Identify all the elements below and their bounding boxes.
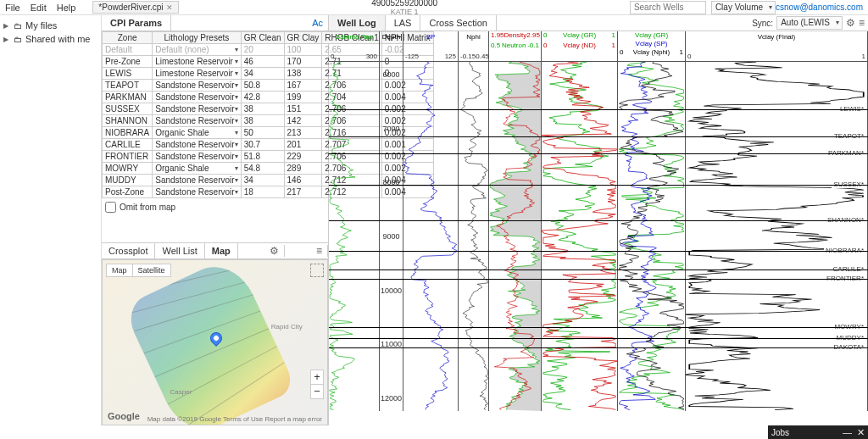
- track-body: 6000700080009000100001100012000 LEWIS*TE…: [329, 62, 868, 411]
- track-title-depth: Depth: [380, 33, 403, 41]
- track-headers: Gamma Ray 0300 Depth SP -125125 Nphi -0.…: [329, 31, 868, 62]
- depth-label: 10000: [380, 286, 403, 295]
- user-email[interactable]: csnow@danomics.com: [776, 3, 863, 12]
- params-panel: CPI Params Ac Zone Lithology Presets GR …: [102, 15, 329, 425]
- zoom-out-icon[interactable]: −: [311, 385, 323, 398]
- map-type-toggle[interactable]: Map Satellite: [106, 264, 171, 277]
- zoom-control[interactable]: + −: [310, 370, 324, 399]
- track-vclay2: [618, 62, 686, 411]
- map-footer: Map data ©2019 Google Terms of Use Repor…: [147, 415, 322, 423]
- menu-file[interactable]: File: [5, 3, 20, 13]
- gear-icon[interactable]: ⚙: [264, 245, 285, 257]
- zone-marker-line: [329, 153, 868, 154]
- depth-label: 12000: [380, 394, 403, 403]
- contour-overlay: [122, 259, 297, 425]
- scale-lo: -0.15: [460, 53, 476, 60]
- params-tab[interactable]: CPI Params: [102, 15, 171, 31]
- uwi-label: 49005259200000: [179, 0, 629, 8]
- analysis-combo[interactable]: Clay Volume: [711, 1, 776, 14]
- folder-icon: 🗀: [14, 21, 22, 31]
- depth-label: 6000: [380, 70, 403, 79]
- track-vfinal: LEWIS*TEAPOT*PARKMAN*SUSSEX*SHANNON*NIOB…: [686, 62, 868, 411]
- scale-hi: 1: [862, 53, 865, 60]
- s: 0: [543, 31, 547, 39]
- zone-marker-line: [329, 279, 868, 280]
- place-casper: Casper: [170, 388, 192, 396]
- track-depth: 6000700080009000100001100012000: [380, 62, 403, 411]
- s: 1: [612, 42, 615, 49]
- s: 1: [612, 31, 615, 39]
- scale-hi: 125: [445, 53, 456, 60]
- omit-checkbox[interactable]: [105, 202, 116, 213]
- close-tab-icon[interactable]: ✕: [166, 3, 173, 12]
- map-type-map[interactable]: Map: [107, 264, 133, 276]
- log-panel: Well Log LAS Cross Section Sync: Auto (L…: [329, 15, 868, 425]
- tab-cross-section[interactable]: Cross Section: [420, 15, 496, 31]
- fullscreen-icon[interactable]: [310, 264, 324, 277]
- zone-marker-line: [329, 109, 868, 110]
- zoom-in-icon[interactable]: +: [311, 370, 323, 385]
- zone-marker-line: [329, 347, 868, 348]
- th-lith: Lithology Presets: [153, 32, 241, 44]
- place-rapid: Rapid City: [271, 323, 303, 331]
- depth-label: 7000: [380, 125, 403, 133]
- omit-checkbox-row[interactable]: Omit from map: [102, 198, 328, 216]
- zone-marker-line: [329, 338, 868, 339]
- jobs-bar[interactable]: Jobs —✕: [768, 425, 868, 439]
- tab-map[interactable]: Map: [205, 243, 238, 258]
- s: 0.5: [491, 42, 500, 49]
- track-title-neutron: Neutron: [502, 42, 526, 49]
- tab-well-list[interactable]: Well List: [155, 243, 204, 258]
- track-title-vfinal: Vclay (Final): [686, 33, 867, 41]
- menu-bar: File Edit Help *PowderRiver.cpi ✕ 490052…: [0, 0, 868, 15]
- menu-icon[interactable]: ≡: [311, 245, 328, 257]
- top-right: csnow@danomics.com: [776, 3, 863, 12]
- menu-help[interactable]: Help: [57, 3, 76, 13]
- scale-hi: 0.45: [476, 53, 489, 60]
- map-type-satellite[interactable]: Satellite: [133, 264, 170, 276]
- jobs-label: Jobs: [771, 428, 789, 437]
- zone-marker-line: [329, 251, 868, 252]
- track-gr: [329, 62, 380, 411]
- tab-crossplot[interactable]: Crossplot: [102, 243, 155, 258]
- tab-las[interactable]: LAS: [386, 15, 421, 31]
- omit-label: Omit from map: [120, 203, 175, 212]
- track-vclay1: [542, 62, 618, 411]
- s: 0: [620, 48, 623, 56]
- tree-my-files[interactable]: ▶ 🗀 My files: [3, 19, 97, 32]
- tab-well-log[interactable]: Well Log: [329, 15, 386, 31]
- track-sp: [403, 62, 459, 411]
- file-tree: ▶ 🗀 My files ▶ 🗀 Shared with me: [0, 15, 102, 425]
- chevron-right-icon: ▶: [3, 36, 10, 43]
- th-zone: Zone: [103, 32, 153, 44]
- scale-lo: -125: [405, 53, 419, 60]
- track-dn: [489, 62, 542, 411]
- search-input[interactable]: [630, 1, 706, 14]
- track-title-vgrs: Vclay (GR): [635, 31, 668, 39]
- tree-label: Shared with me: [25, 34, 90, 44]
- depth-label: 9000: [380, 232, 403, 241]
- s: 1: [680, 48, 683, 56]
- tree-shared[interactable]: ▶ 🗀 Shared with me: [3, 32, 97, 46]
- map-canvas[interactable]: Map Satellite Rapid City Casper +: [102, 259, 328, 425]
- ae-link[interactable]: Ac: [307, 18, 328, 28]
- track-nphi: [459, 62, 489, 411]
- menu-edit[interactable]: Edit: [31, 3, 47, 13]
- menu-icon[interactable]: ≡: [859, 17, 865, 29]
- chevron-right-icon: ▶: [3, 22, 10, 30]
- sync-combo[interactable]: Auto (LEWIS: [776, 16, 843, 30]
- zone-marker-line: [329, 220, 868, 221]
- header-center: 49005259200000 KATIE 1: [179, 0, 629, 16]
- track-title-vsp: Vclay (SP): [636, 40, 668, 47]
- tree-label: My files: [25, 20, 57, 31]
- zone-marker-line: [329, 327, 868, 328]
- close-icon[interactable]: ✕: [857, 427, 865, 438]
- s: 1.95: [491, 31, 504, 39]
- scale-lo: 0: [687, 53, 691, 60]
- scale-hi: 300: [366, 53, 377, 60]
- track-title-density: Density: [504, 31, 527, 39]
- minimize-icon[interactable]: —: [843, 427, 852, 438]
- map-panel: Crossplot Well List Map ⚙ ≡ Map Satellit…: [102, 242, 328, 425]
- document-tab[interactable]: *PowderRiver.cpi ✕: [92, 1, 179, 14]
- gear-icon[interactable]: ⚙: [846, 17, 855, 29]
